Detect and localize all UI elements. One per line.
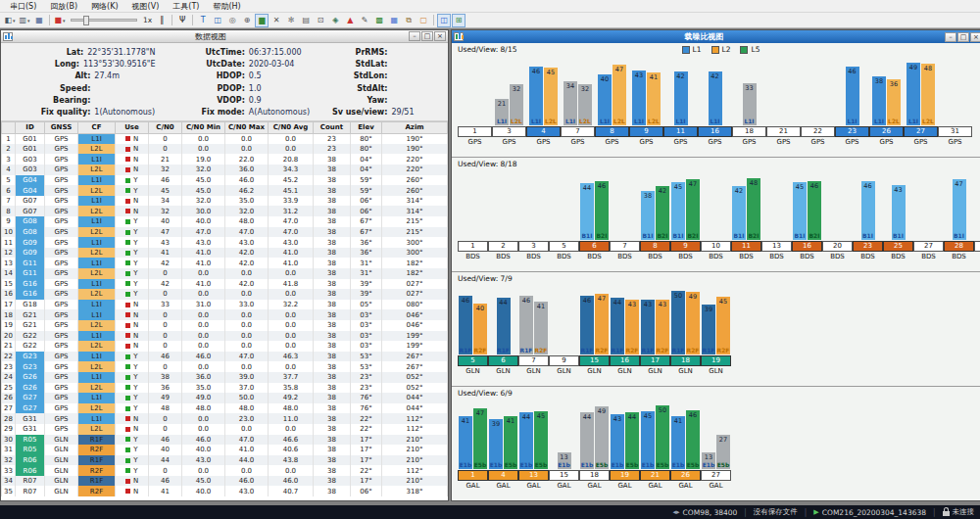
table-row[interactable]: 21G22GPSL2LN00.00.00.03803°199°: [2, 341, 448, 352]
menu-item[interactable]: 串口(S): [4, 1, 42, 12]
signal-view-button[interactable]: ▥▾: [18, 14, 31, 27]
sat-number-box[interactable]: 11: [731, 241, 761, 252]
status-log[interactable]: ▶ COM216_20200304_143638: [813, 508, 926, 517]
sat-number-box[interactable]: 1: [458, 470, 488, 481]
page-view-button[interactable]: ⊡: [314, 14, 327, 27]
table-row[interactable]: 11G09GPSL1IY4343.043.043.03836°300°: [2, 237, 448, 248]
table-row[interactable]: 24G26GPSL1IY3836.039.037.73823°052°: [2, 372, 448, 383]
slider-thumb[interactable]: [83, 16, 89, 25]
sat-number-box[interactable]: 15: [549, 470, 579, 481]
sat-number-box[interactable]: 5: [458, 355, 488, 366]
draw-button[interactable]: ✎: [358, 14, 371, 27]
playback-speed-slider[interactable]: [71, 16, 137, 25]
sat-number-box[interactable]: 10: [701, 241, 731, 252]
record-button[interactable]: ■▾: [53, 14, 67, 27]
marker-button[interactable]: ▲: [343, 14, 357, 27]
table-row[interactable]: 5G04GPSL1IY4645.046.045.23859°260°: [2, 175, 448, 186]
column-header[interactable]: Use: [116, 121, 149, 133]
grid-view-button[interactable]: ▦: [387, 14, 401, 27]
close-button[interactable]: ×: [970, 32, 980, 42]
table-row[interactable]: 27G27GPSL2LY4848.048.048.03876°044°: [2, 403, 448, 414]
sat-number-box[interactable]: 8: [595, 126, 629, 137]
table-row[interactable]: 33R06GLNR2FY00.00.00.03822°112°: [2, 465, 448, 476]
sat-number-box[interactable]: 16: [610, 355, 640, 366]
sat-number-box[interactable]: 5: [549, 241, 579, 252]
table-row[interactable]: 30R05GLNR1FY4646.047.046.63817°210°: [2, 435, 448, 446]
sat-number-box[interactable]: 27: [904, 126, 938, 137]
sat-number-box[interactable]: 9: [670, 241, 701, 252]
table-row[interactable]: 29G31GPSL2LN00.00.00.03822°112°: [2, 424, 448, 435]
sat-number-box[interactable]: 9: [629, 126, 663, 137]
sat-number-box[interactable]: 2: [488, 241, 518, 252]
sat-number-box[interactable]: 28: [944, 241, 974, 252]
column-header[interactable]: GNSS: [45, 121, 78, 133]
data-window-titlebar[interactable]: 数据视图 –□×: [1, 30, 448, 43]
table-row[interactable]: 15G16GPSL1IY4241.042.041.83839°027°: [2, 279, 448, 290]
sat-number-box[interactable]: 26: [869, 126, 904, 137]
sat-number-box[interactable]: 6: [579, 241, 610, 252]
menu-item[interactable]: 回放(B): [44, 1, 83, 12]
column-header[interactable]: CF: [78, 121, 116, 133]
layers-button[interactable]: ⧉: [402, 14, 416, 27]
sat-number-box[interactable]: 23: [853, 241, 883, 252]
sat-number-box[interactable]: 9: [549, 355, 579, 366]
column-header[interactable]: C/N0 Min: [182, 121, 225, 133]
table-row[interactable]: 14G11GPSL2LY00.00.00.03831°182°: [2, 268, 448, 279]
column-header[interactable]: [2, 121, 16, 133]
sat-number-box[interactable]: 16: [792, 241, 822, 252]
table-row[interactable]: 20G22GPSL1IN00.00.00.03803°199°: [2, 331, 448, 342]
column-header[interactable]: Elev: [351, 121, 382, 133]
status-file[interactable]: 没有保存文件: [754, 507, 798, 517]
table-row[interactable]: 9G08GPSL1IY4040.048.047.03867°215°: [2, 216, 448, 227]
sat-number-box[interactable]: 13: [518, 470, 549, 481]
sat-number-box[interactable]: 21: [640, 470, 670, 481]
pause-button[interactable]: ‖: [155, 14, 169, 27]
split-grid-button[interactable]: ⊞: [452, 14, 466, 27]
sat-number-box[interactable]: 20: [822, 241, 853, 252]
table-row[interactable]: 17G18GPSL1IN3331.033.032.23805°080°: [2, 300, 448, 310]
column-header[interactable]: Count: [314, 121, 351, 133]
table-row[interactable]: 25G26GPSL2LY3635.037.035.83823°052°: [2, 383, 448, 394]
column-header[interactable]: C/N0: [149, 121, 182, 133]
table-row[interactable]: 7G07GPSL1IN3432.035.033.93806°314°: [2, 196, 448, 207]
sat-number-box[interactable]: 31: [938, 126, 972, 137]
sat-number-box[interactable]: 27: [701, 470, 731, 481]
port-connect-button[interactable]: ◧▾: [3, 14, 17, 27]
scatter-view-button[interactable]: ✕: [270, 14, 283, 27]
dual-panel-button[interactable]: ◫: [211, 14, 224, 27]
sat-number-box[interactable]: 23: [835, 126, 869, 137]
table-row[interactable]: 1G01GPSL1IN00.00.00.02380°190°: [2, 133, 448, 144]
sat-number-box[interactable]: 21: [766, 126, 801, 137]
table-row[interactable]: 10G08GPSL2LY4747.047.047.03867°215°: [2, 227, 448, 238]
table-row[interactable]: 32R06GLNR1FY4443.044.043.83817°210°: [2, 455, 448, 466]
panel-button[interactable]: ▢: [416, 14, 430, 27]
sat-number-box[interactable]: 22: [801, 126, 835, 137]
snr-view-button[interactable]: ▆: [255, 14, 269, 27]
sat-number-box[interactable]: 4: [488, 470, 518, 481]
table-row[interactable]: 31R05GLNR2FY4040.041.040.63817°210°: [2, 445, 448, 455]
restore-button[interactable]: □: [421, 31, 433, 41]
save-button[interactable]: ▦: [32, 14, 46, 27]
sat-number-box[interactable]: 1: [458, 126, 492, 137]
table-row[interactable]: 16G16GPSL2LY00.00.00.03839°027°: [2, 289, 448, 300]
table-row[interactable]: 19G21GPSL2LN00.00.00.03803°046°: [2, 320, 448, 331]
menu-item[interactable]: 视图(V): [126, 1, 166, 12]
gear-button[interactable]: ✻: [284, 14, 298, 27]
sat-number-box[interactable]: 7: [610, 241, 640, 252]
sat-number-box[interactable]: 4: [526, 126, 561, 137]
compass-button[interactable]: ◈: [328, 14, 342, 27]
sat-number-box[interactable]: 7: [518, 355, 549, 366]
table-row[interactable]: 2G01GPSL2LN00.00.00.02380°190°: [2, 144, 448, 155]
sat-number-box[interactable]: 8: [640, 241, 670, 252]
sat-number-box[interactable]: 13: [761, 241, 792, 252]
text-view-button[interactable]: T: [196, 14, 210, 27]
target-button[interactable]: ◎: [225, 14, 239, 27]
sat-number-box[interactable]: 7: [561, 126, 595, 137]
antenna-button[interactable]: Ψ: [175, 14, 189, 27]
table-row[interactable]: 6G04GPSL2LY4545.046.245.13859°260°: [2, 185, 448, 196]
restore-button[interactable]: □: [957, 32, 969, 42]
sat-number-box[interactable]: 16: [698, 126, 732, 137]
sat-number-box[interactable]: 26: [670, 470, 701, 481]
minimize-button[interactable]: –: [409, 31, 420, 41]
sat-number-box[interactable]: 6: [488, 355, 518, 366]
